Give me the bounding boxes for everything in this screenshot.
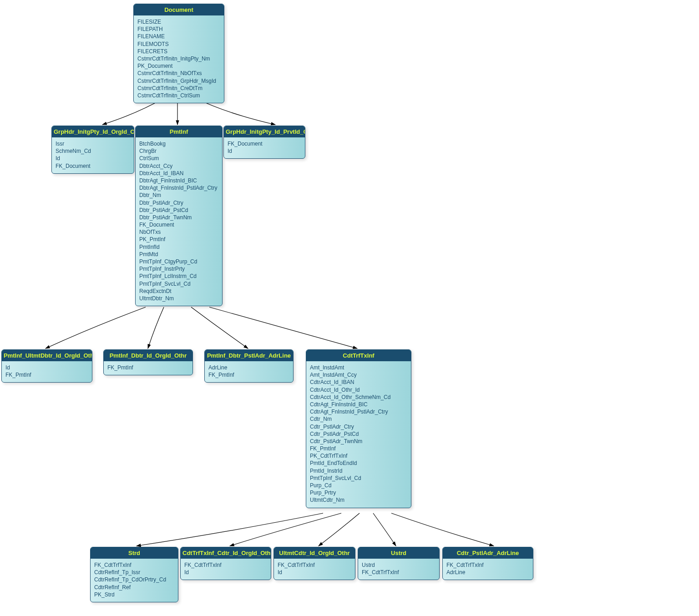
entity-field: PmtInfId — [139, 243, 218, 251]
entity-fields: FK_CdtTrfTxInfAdrLine — [443, 559, 533, 580]
entity-pmtinf-dbtr-adrline: PmtInf_Dbtr_PstlAdr_AdrLine AdrLineFK_Pm… — [204, 349, 294, 383]
entity-fields: AdrLineFK_PmtInf — [205, 361, 293, 382]
entity-field: FK_Document — [56, 162, 130, 170]
entity-field: PK_CdtTrfTxInf — [310, 452, 407, 459]
entity-header: UltmtCdtr_Id_OrgId_Othr — [274, 547, 355, 559]
entity-fields: FK_PmtInf — [104, 361, 192, 375]
entity-field: FK_CdtTrfTxInf — [278, 561, 351, 569]
entity-fields: FK_CdtTrfTxInfId — [274, 559, 355, 580]
entity-field: CstmrCdtTrfInitn_CtrlSum — [137, 92, 220, 99]
entity-strd: Strd FK_CdtTrfTxInfCdtrRefInf_Tp_IssrCdt… — [90, 547, 178, 602]
entity-field: CtrlSum — [139, 155, 218, 162]
entity-ultmtcdtr-orgid: UltmtCdtr_Id_OrgId_Othr FK_CdtTrfTxInfId — [274, 547, 355, 580]
entity-fields: FK_DocumentId — [224, 137, 305, 158]
entity-field: Cdtr_PstlAdr_Ctry — [310, 423, 407, 430]
entity-field: ReqdExctnDt — [139, 288, 218, 295]
entity-field: CdtrAgt_FnInstnId_PstlAdr_Ctry — [310, 408, 407, 415]
entity-field: CdtrRefInf_Ref — [94, 584, 174, 591]
entity-field: UltmtCdtr_Nm — [310, 496, 407, 504]
entity-field: Dbtr_PstlAdr_TwnNm — [139, 214, 218, 221]
entity-field: Amt_InstdAmt — [310, 364, 407, 371]
entity-field: UltmtDbtr_Nm — [139, 295, 218, 302]
entity-fields: BtchBookgChrgBrCtrlSumDbtrAcct_CcyDbtrAc… — [136, 137, 222, 306]
entity-field: PmtId_EndToEndId — [310, 459, 407, 467]
entity-field: Dbtr_PstlAdr_PstCd — [139, 207, 218, 214]
entity-pmtinf-ultmtdbtr-orgid: PmtInf_UltmtDbtr_Id_OrgId_Othr IdFK_PmtI… — [1, 349, 92, 383]
entity-field: NbOfTxs — [139, 228, 218, 236]
entity-field: FILECRETS — [137, 48, 220, 55]
entity-field: Ustrd — [362, 561, 436, 569]
entity-field: Dbtr_PstlAdr_Ctry — [139, 199, 218, 207]
entity-field: PmtTpInf_LclInstrm_Cd — [139, 273, 218, 280]
entity-field: FILEPATH — [137, 25, 220, 33]
entity-fields: FK_CdtTrfTxInfId — [181, 559, 271, 580]
entity-field: PmtTpInf_SvcLvl_Cd — [139, 280, 218, 288]
entity-grphdr-prvtid: GrpHdr_InitgPty_Id_PrvtId_Othr FK_Docume… — [223, 126, 305, 159]
entity-field: Id — [5, 364, 88, 371]
entity-header: GrpHdr_InitgPty_Id_OrgId_Othr — [52, 126, 134, 137]
entity-field: DbtrAgt_FnInstnId_PstlAdr_Ctry — [139, 184, 218, 192]
entity-field: AdrLine — [208, 364, 289, 371]
entity-field: ChrgBr — [139, 147, 218, 155]
entity-fields-document: FILESIZEFILEPATHFILENAMEFILEMODTSFILECRE… — [134, 15, 224, 103]
entity-field: CdtrAcct_Id_Othr_SchmeNm_Cd — [310, 394, 407, 401]
entity-field: CstmrCdtTrfInitn_CreDtTm — [137, 85, 220, 92]
entity-field: SchmeNm_Cd — [56, 147, 130, 155]
entity-field: CdtrAcct_Id_Othr_Id — [310, 386, 407, 394]
entity-field: PmtTpInf_CtgyPurp_Cd — [139, 258, 218, 265]
entity-header: GrpHdr_InitgPty_Id_PrvtId_Othr — [224, 126, 305, 137]
entity-cdtr-pstladr-adrline: Cdtr_PstlAdr_AdrLine FK_CdtTrfTxInfAdrLi… — [442, 547, 533, 580]
entity-field: FK_Document — [228, 140, 301, 147]
entity-field: DbtrAgt_FinInstnId_BIC — [139, 177, 218, 184]
entity-field: FK_CdtTrfTxInf — [446, 561, 529, 569]
entity-field: Issr — [56, 140, 130, 147]
entity-field: Purp_Cd — [310, 482, 407, 489]
entity-field: FILEMODTS — [137, 40, 220, 48]
entity-field: Id — [184, 569, 267, 576]
entity-field: CstmrCdtTrfInitn_GrpHdr_MsgId — [137, 77, 220, 85]
entity-field: Dbtr_Nm — [139, 192, 218, 199]
entity-field: FK_PmtInf — [208, 371, 289, 379]
entity-field: Purp_Prtry — [310, 489, 407, 496]
entity-header: PmtInf_UltmtDbtr_Id_OrgId_Othr — [2, 350, 92, 361]
entity-field: PK_Strd — [94, 591, 174, 598]
entity-field: FILENAME — [137, 33, 220, 40]
entity-field: FK_PmtInf — [107, 364, 189, 371]
entity-field: FK_CdtTrfTxInf — [94, 561, 174, 569]
entity-field: DbtrAcct_Id_IBAN — [139, 170, 218, 177]
entity-field: Id — [56, 155, 130, 162]
entity-field: FK_CdtTrfTxInf — [184, 561, 267, 569]
entity-header: PmtInf_Dbtr_PstlAdr_AdrLine — [205, 350, 293, 361]
entity-field: PK_Document — [137, 62, 220, 70]
entity-fields: IdFK_PmtInf — [2, 361, 92, 382]
entity-field: PK_PmtInf — [139, 236, 218, 243]
entity-field: FK_CdtTrfTxInf — [362, 569, 436, 576]
entity-pmtinf: PmtInf BtchBookgChrgBrCtrlSumDbtrAcct_Cc… — [135, 126, 223, 306]
entity-header: Cdtr_PstlAdr_AdrLine — [443, 547, 533, 559]
entity-ustrd: Ustrd UstrdFK_CdtTrfTxInf — [358, 547, 440, 580]
entity-fields: Amt_InstdAmtAmt_InstdAmt_CcyCdtrAcct_Id_… — [306, 361, 411, 508]
entity-field: CstmrCdtTrfInitn_NbOfTxs — [137, 70, 220, 77]
entity-field: PmtTpInf_SvcLvl_Cd — [310, 475, 407, 482]
entity-header: Strd — [91, 547, 178, 559]
entity-header: Document — [134, 4, 224, 15]
entity-field: DbtrAcct_Ccy — [139, 162, 218, 170]
entity-field: Id — [228, 147, 301, 155]
entity-field: PmtId_InstrId — [310, 467, 407, 475]
entity-field: Cdtr_PstlAdr_TwnNm — [310, 438, 407, 445]
entity-field: PmtTpInf_InstrPrty — [139, 265, 218, 273]
entity-cdttrf-cdtr-orgid: CdtTrfTxInf_Cdtr_Id_OrgId_Othr FK_CdtTrf… — [180, 547, 271, 580]
entity-document: Document FILESIZEFILEPATHFILENAMEFILEMOD… — [133, 4, 224, 103]
entity-field: CdtrAcct_Id_IBAN — [310, 379, 407, 386]
entity-field: CstmrCdtTrfInitn_InitgPty_Nm — [137, 55, 220, 62]
entity-field: CdtrRefInf_Tp_CdOrPrtry_Cd — [94, 576, 174, 583]
entity-header: PmtInf_Dbtr_Id_OrgId_Othr — [104, 350, 192, 361]
entity-fields: IssrSchmeNm_CdIdFK_Document — [52, 137, 134, 173]
entity-field: FK_PmtInf — [5, 371, 88, 379]
entity-field: FK_Document — [139, 221, 218, 228]
entity-field: Cdtr_Nm — [310, 415, 407, 423]
entity-field: CdtrAgt_FinInstnId_BIC — [310, 401, 407, 408]
entity-cdttrftxinf: CdtTrfTxInf Amt_InstdAmtAmt_InstdAmt_Ccy… — [306, 349, 411, 508]
entity-pmtinf-dbtr-orgid: PmtInf_Dbtr_Id_OrgId_Othr FK_PmtInf — [103, 349, 193, 375]
connector-layer — [0, 0, 699, 616]
